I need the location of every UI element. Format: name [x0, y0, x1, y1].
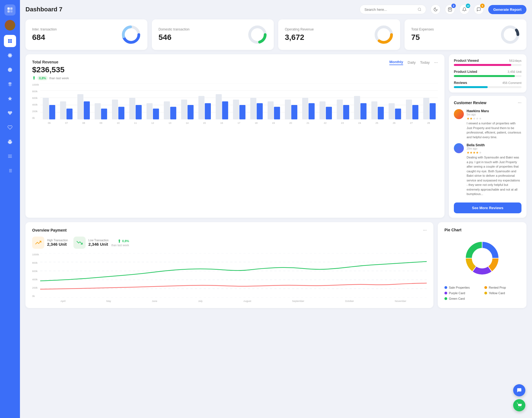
float-cart-btn[interactable] [513, 399, 525, 411]
svg-marker-12 [8, 97, 12, 101]
revenue-left: Total Revenue $236,535 ⬆ 0,8% than last … [32, 60, 69, 81]
avatar[interactable] [5, 20, 15, 30]
svg-rect-67 [274, 107, 280, 120]
revenue-amount: $236,535 [32, 65, 69, 74]
stat-card-domestic-transaction: Domestic transaction 546 [152, 19, 274, 50]
change-text: than last week [49, 76, 69, 80]
legend-dot-4 [444, 297, 447, 300]
high-transaction-info: High Transaction 2,346 Unit [47, 239, 68, 247]
svg-rect-46 [94, 103, 101, 120]
payment-more-btn[interactable]: ··· [423, 228, 427, 233]
tab-today[interactable]: Today [420, 60, 430, 65]
generate-report-button[interactable]: Generate Report [488, 5, 526, 14]
y-label: 200k [32, 110, 39, 113]
sidebar-item-list[interactable] [4, 165, 16, 177]
pie-title: Pie Chart [444, 228, 520, 232]
metric-value-1: 3,456 Unit [508, 70, 521, 73]
svg-rect-56 [181, 100, 187, 120]
sidebar-item-star[interactable] [4, 93, 16, 105]
progress-fill-2 [454, 86, 488, 88]
stat-label-1: Domestic transaction [158, 27, 190, 31]
tab-group: Monthly Daily Today ··· [389, 60, 438, 65]
review-item-1: Bella Smith 20m ago ★★★★★ Dealing with S… [454, 143, 521, 196]
donut-chart-2 [374, 25, 393, 44]
review-content-1: Bella Smith 20m ago ★★★★★ Dealing with S… [467, 143, 521, 196]
legend-label-4: Green Card [449, 297, 465, 300]
svg-rect-65 [257, 103, 263, 120]
header: Dashboard 7 2 12 5 Generate Report [25, 4, 526, 14]
metrics-card: Product Viewed 561/days Product Listed 3… [449, 54, 526, 93]
svg-rect-43 [66, 109, 72, 119]
metric-row-1: Product Listed 3,456 Unit [454, 70, 521, 74]
search-input[interactable] [364, 7, 415, 12]
search-bar[interactable] [360, 5, 426, 14]
sidebar-item-print[interactable] [4, 136, 16, 148]
svg-rect-84 [423, 98, 429, 119]
metric-name-1: Product Listed [454, 70, 477, 74]
sidebar-logo[interactable] [4, 4, 16, 16]
svg-rect-85 [429, 103, 436, 120]
svg-rect-71 [308, 103, 314, 120]
pie-card: Pie Chart Sale Properties Rented Prop Pu… [438, 222, 526, 308]
sidebar-item-heart2[interactable] [4, 121, 16, 134]
svg-rect-4 [8, 39, 10, 41]
sidebar-item-layers[interactable] [4, 78, 16, 90]
svg-rect-77 [360, 103, 366, 120]
float-chat-btn[interactable] [513, 384, 525, 396]
svg-rect-5 [10, 39, 12, 41]
pie-container [460, 236, 504, 280]
svg-rect-78 [371, 101, 377, 119]
low-transaction-info: Low Transaction 2,346 Unit [88, 239, 109, 247]
see-more-reviews-button[interactable]: See More Reviews [454, 202, 521, 213]
reviewer-avatar-0 [454, 109, 464, 119]
bar-chart-svg [40, 83, 438, 119]
line-chart-inner: AprilMayJuneJulyAugustSeptemberOctoberNo… [40, 253, 427, 302]
metric-name-0: Product Viewed [454, 59, 479, 63]
stars-1: ★★★★★ [467, 151, 521, 155]
review-item-0: Hawkins Maru 5m ago ★★★★★ I viewed a num… [454, 109, 521, 139]
svg-rect-61 [222, 101, 228, 119]
sidebar-item-info[interactable] [4, 64, 16, 76]
more-options-btn[interactable]: ··· [434, 60, 438, 65]
page-title: Dashboard 7 [25, 6, 355, 13]
tab-daily[interactable]: Daily [408, 60, 416, 65]
bell-badge: 12 [466, 4, 470, 8]
sidebar-item-menu[interactable] [4, 150, 16, 162]
stat-label-0: Inter. transaction [32, 27, 57, 31]
cart-btn[interactable]: 2 [445, 4, 455, 14]
bell-btn[interactable]: 12 [459, 4, 469, 14]
svg-rect-6 [8, 41, 10, 43]
review-card: Customer Review ··· Hawkins Maru 5m ago … [449, 96, 526, 218]
metric-value-0: 561/days [509, 59, 521, 62]
svg-point-93 [521, 407, 521, 408]
high-transaction-stat: High Transaction 2,346 Unit [32, 237, 68, 249]
sidebar-item-settings[interactable] [4, 49, 16, 61]
change-badge: 0,8% [37, 76, 48, 80]
low-transaction-label: Low Transaction [88, 239, 109, 242]
svg-rect-68 [285, 100, 291, 120]
svg-rect-49 [118, 107, 124, 120]
metric-value-2: 456 Comment [502, 81, 521, 84]
svg-rect-7 [10, 41, 12, 43]
svg-rect-50 [129, 98, 135, 119]
metric-row-0: Product Viewed 561/days [454, 59, 521, 63]
tab-monthly[interactable]: Monthly [389, 60, 403, 65]
svg-rect-3 [10, 10, 12, 12]
dark-mode-btn[interactable] [431, 4, 441, 14]
high-transaction-icon [32, 237, 44, 249]
svg-rect-83 [412, 105, 418, 119]
reviewer-avatar-1 [454, 143, 464, 153]
svg-rect-70 [302, 98, 308, 119]
sidebar-item-heart[interactable] [4, 107, 16, 119]
low-transaction-value: 2,346 Unit [88, 242, 109, 247]
chat-btn[interactable]: 5 [474, 4, 484, 14]
svg-rect-69 [291, 105, 297, 119]
review-header: Customer Review ··· [454, 100, 521, 105]
svg-rect-0 [7, 7, 10, 10]
svg-rect-45 [84, 101, 90, 119]
svg-rect-51 [135, 105, 142, 119]
low-transaction-stat: Low Transaction 2,346 Unit ⬆ 0,8% than l… [73, 237, 129, 249]
sidebar-item-dashboard[interactable] [4, 35, 16, 47]
revenue-header: Total Revenue $236,535 ⬆ 0,8% than last … [32, 60, 438, 81]
review-more-btn[interactable]: ··· [518, 100, 521, 105]
